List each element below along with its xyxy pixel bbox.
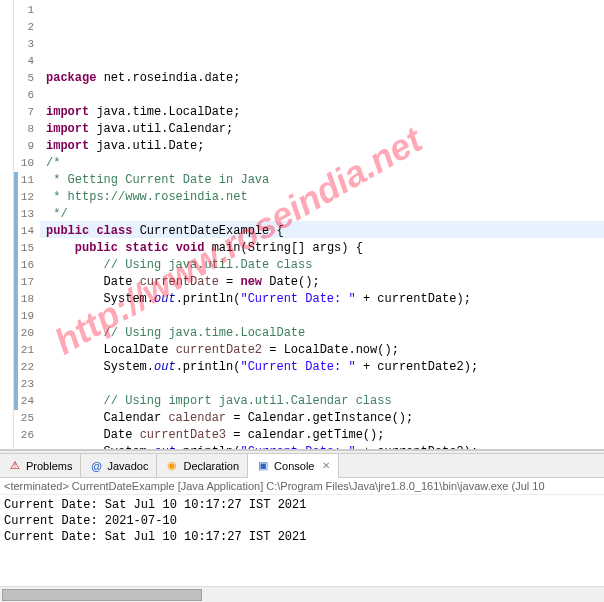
code-line[interactable] xyxy=(46,376,604,393)
change-marker xyxy=(14,393,18,410)
change-marker xyxy=(14,342,18,359)
console-header: <terminated> CurrentDateExample [Java Ap… xyxy=(0,478,604,495)
code-line[interactable]: */ xyxy=(46,206,604,223)
code-line[interactable]: // Using java.util.Date class xyxy=(46,257,604,274)
line-number: 7 xyxy=(14,104,34,121)
code-line[interactable]: // Using java.time.LocalDate xyxy=(46,325,604,342)
code-line[interactable]: public class CurrentDateExample { xyxy=(46,223,604,240)
code-line[interactable]: package net.roseindia.date; xyxy=(46,70,604,87)
change-marker xyxy=(14,257,18,274)
change-marker xyxy=(14,274,18,291)
tab-problems[interactable]: ⚠ Problems xyxy=(0,454,81,477)
change-marker xyxy=(14,359,18,376)
line-number: 2 xyxy=(14,19,34,36)
code-line[interactable]: // Using import java.util.Calendar class xyxy=(46,393,604,410)
code-line[interactable]: Date currentDate = new Date(); xyxy=(46,274,604,291)
line-number: 3 xyxy=(14,36,34,53)
code-line[interactable]: public static void main(String[] args) { xyxy=(46,240,604,257)
code-line[interactable]: System.out.println("Current Date: " + cu… xyxy=(46,359,604,376)
tab-label: Problems xyxy=(26,460,72,472)
change-marker xyxy=(14,376,18,393)
line-number: 6 xyxy=(14,87,34,104)
code-line[interactable]: LocalDate currentDate2 = LocalDate.now()… xyxy=(46,342,604,359)
javadoc-icon: @ xyxy=(89,459,103,473)
code-line[interactable]: import java.util.Date; xyxy=(46,138,604,155)
line-number: 4 xyxy=(14,53,34,70)
line-number: 26 xyxy=(14,427,34,444)
bottom-scrollbar-horizontal[interactable] xyxy=(0,586,604,602)
line-number: 5 xyxy=(14,70,34,87)
code-line[interactable]: * https://www.roseindia.net xyxy=(46,189,604,206)
tab-console[interactable]: ▣ Console ✕ xyxy=(248,454,339,478)
code-line[interactable] xyxy=(46,87,604,104)
code-editor[interactable]: 1234567891011121314151617181920212223242… xyxy=(0,0,604,450)
tab-javadoc[interactable]: @ Javadoc xyxy=(81,454,157,477)
code-line[interactable]: Date currentDate3 = calendar.getTime(); xyxy=(46,427,604,444)
change-marker xyxy=(14,325,18,342)
line-number: 25 xyxy=(14,410,34,427)
code-line[interactable]: import java.time.LocalDate; xyxy=(46,104,604,121)
code-line[interactable] xyxy=(46,308,604,325)
code-line[interactable]: /* xyxy=(46,155,604,172)
tab-label: Declaration xyxy=(183,460,239,472)
line-number: 10 xyxy=(14,155,34,172)
console-output[interactable]: Current Date: Sat Jul 10 10:17:27 IST 20… xyxy=(0,495,604,547)
change-marker xyxy=(14,189,18,206)
line-number: 1 xyxy=(14,2,34,19)
change-marker xyxy=(14,172,18,189)
code-line[interactable]: System.out.println("Current Date: " + cu… xyxy=(46,291,604,308)
tab-label: Console xyxy=(274,460,314,472)
close-icon[interactable]: ✕ xyxy=(322,460,330,471)
problems-icon: ⚠ xyxy=(8,459,22,473)
code-line[interactable]: import java.util.Calendar; xyxy=(46,121,604,138)
code-line[interactable]: * Getting Current Date in Java xyxy=(46,172,604,189)
tab-declaration[interactable]: ◉ Declaration xyxy=(157,454,248,477)
fold-column xyxy=(0,0,14,449)
code-line[interactable]: Calendar calendar = Calendar.getInstance… xyxy=(46,410,604,427)
scroll-thumb[interactable] xyxy=(2,589,202,601)
change-marker xyxy=(14,308,18,325)
change-marker xyxy=(14,240,18,257)
change-marker xyxy=(14,223,18,240)
code-line[interactable]: System.out.println("Current Date: " + cu… xyxy=(46,444,604,449)
code-area[interactable]: package net.roseindia.date;import java.t… xyxy=(40,0,604,449)
console-icon: ▣ xyxy=(256,459,270,473)
line-number: 8 xyxy=(14,121,34,138)
tab-label: Javadoc xyxy=(107,460,148,472)
change-marker xyxy=(14,206,18,223)
views-tabbar: ⚠ Problems @ Javadoc ◉ Declaration ▣ Con… xyxy=(0,454,604,478)
change-marker xyxy=(14,291,18,308)
line-number: 9 xyxy=(14,138,34,155)
declaration-icon: ◉ xyxy=(165,459,179,473)
